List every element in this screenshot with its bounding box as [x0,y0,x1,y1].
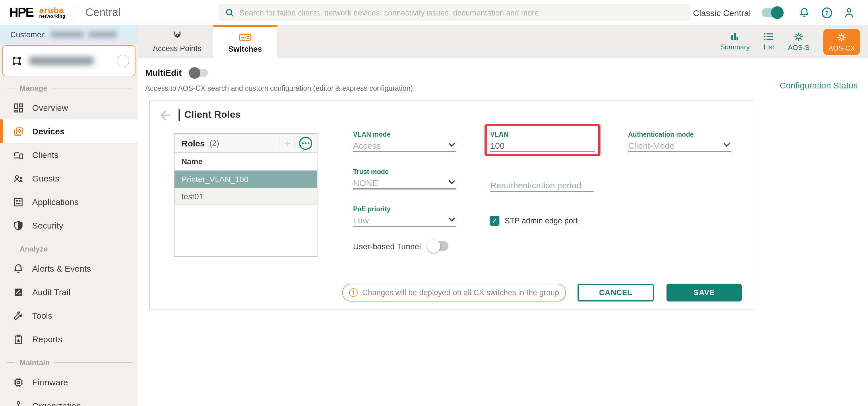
sidebar-item-security[interactable]: Security [0,214,138,237]
roles-column-header: Name [175,153,317,170]
view-aos-s[interactable]: AOS-S [788,32,809,52]
guests-icon [12,173,24,184]
hpe-aruba-logo: HPE aruba networking Central [9,5,121,20]
chevron-down-icon [448,178,455,184]
view-aos-cx[interactable]: AOS-CX [823,28,860,55]
tab-access-points[interactable]: Access Points [141,25,213,58]
classic-central-toggle[interactable] [762,8,782,17]
organization-icon [12,400,24,406]
help-icon[interactable]: ? [820,6,833,19]
page-title: Client Roles [184,109,241,121]
back-arrow-icon[interactable] [158,108,172,122]
cancel-button[interactable]: CANCEL [578,284,654,302]
notifications-bell-icon[interactable] [798,6,811,19]
divider [280,138,280,148]
vlan-mode-select[interactable]: VLAN mode Access [353,131,456,152]
customer-name-redacted [51,31,84,38]
group-name-redacted [29,57,94,65]
sidebar-item-alerts-events[interactable]: Alerts & Events [0,257,138,280]
wrench-icon [12,310,24,321]
reauthentication-period-input[interactable]: Reauthentication period [490,179,594,192]
user-based-tunnel-toggle[interactable] [428,241,448,251]
main-content: Access Points Switches Summary List AOS-… [138,25,868,406]
sidebar-item-tools[interactable]: Tools [0,304,138,327]
reauthentication-period-placeholder: Reauthentication period [490,180,581,190]
sidebar-item-firmware[interactable]: Firmware [0,370,138,394]
sidebar-item-organization[interactable]: Organization [0,394,138,406]
top-right-controls: Classic Central ? [693,0,856,25]
roles-panel-header: Roles (2) + [175,134,317,153]
search-icon [224,7,235,18]
dashboard-icon [12,102,24,114]
switch-icon [238,32,252,42]
sidebar-item-guests[interactable]: Guests [0,166,138,190]
clients-icon [12,149,24,160]
sidebar-item-overview[interactable]: Overview [0,96,138,120]
trust-mode-select[interactable]: Trust mode NONE [353,168,456,189]
client-roles-card: Client Roles Roles (2) + Name Printer_VL… [149,100,754,310]
sidebar-item-label: Reports [32,334,62,344]
sidebar-item-devices[interactable]: Devices [0,120,138,143]
multiedit-toggle[interactable] [190,69,208,77]
stp-checkbox[interactable]: ✓ [490,216,499,226]
customer-name-redacted-2 [89,31,117,38]
sidebar-item-clients[interactable]: Clients [0,143,138,166]
product-name: Central [86,6,121,19]
role-row-test01[interactable]: test01 [175,188,317,205]
vlan-input[interactable]: VLAN 100 [490,131,595,152]
title-divider [179,109,180,121]
roles-actions: + [280,136,312,150]
customer-bar: Customer: [0,25,138,44]
sidebar-item-label: Applications [32,197,79,207]
vlan-value: 100 [490,140,505,150]
sidebar-item-label: Alerts & Events [32,263,91,273]
save-button[interactable]: SAVE [666,284,742,302]
sidebar-item-label: Audit Trail [32,287,70,297]
poe-priority-select[interactable]: PoE priority Low [353,206,456,227]
vlan-label: VLAN [490,131,595,138]
sidebar-item-label: Overview [32,103,68,113]
view-list[interactable]: List [764,32,774,51]
sidebar-item-label: Firmware [32,377,68,387]
user-account-icon[interactable] [843,6,856,19]
sidebar: Customer: Manage Overview Devices Client… [0,25,138,406]
global-search[interactable] [219,4,689,21]
poe-priority-value: Low [353,215,369,225]
sidebar-item-audit-trail[interactable]: Audit Trail [0,280,138,304]
search-input[interactable] [239,8,684,17]
poe-priority-label: PoE priority [353,206,456,213]
chevron-down-icon [724,140,730,147]
vlan-mode-value: Access [353,140,381,150]
view-summary[interactable]: Summary [720,32,750,51]
sidebar-item-label: Clients [32,150,59,160]
deploy-notice-text: Changes will be deployed on all CX switc… [362,288,559,297]
multiedit-label: MultiEdit [145,68,182,77]
user-based-tunnel-label: User-based Tunnel [353,242,421,251]
toggle-knob [189,67,200,79]
group-selector[interactable] [2,45,135,76]
trust-mode-value: NONE [353,178,378,187]
authentication-mode-select[interactable]: Authentication mode Client-Mode [628,131,732,152]
sidebar-item-label: Security [32,220,63,230]
object-group-icon [11,55,22,67]
aruba-logo-text: aruba networking [39,6,65,19]
group-status-circle [117,55,129,67]
add-role-icon[interactable]: + [284,137,290,149]
report-icon [12,333,24,345]
multiedit-description: Access to AOS-CX search and custom confi… [145,85,415,92]
section-analyze: Analyze [0,241,138,257]
hpe-logo-text: HPE [9,5,34,20]
bell-icon [12,263,24,274]
roles-menu-icon[interactable] [299,136,312,150]
tab-switches[interactable]: Switches [213,25,277,58]
bar-chart-icon [730,32,740,41]
stp-admin-edge-port-row: ✓ STP admin edge port [490,216,578,226]
svg-text:?: ? [825,9,828,17]
shield-icon [12,220,24,231]
sidebar-item-applications[interactable]: Applications [0,190,138,214]
configuration-status-link[interactable]: Configuration Status [780,81,858,90]
role-row-printer-vlan-100[interactable]: Printer_VLAN_100 [175,170,317,188]
authentication-mode-value: Client-Mode [628,140,675,150]
sidebar-item-reports[interactable]: Reports [0,327,138,351]
gear-icon [794,32,804,42]
